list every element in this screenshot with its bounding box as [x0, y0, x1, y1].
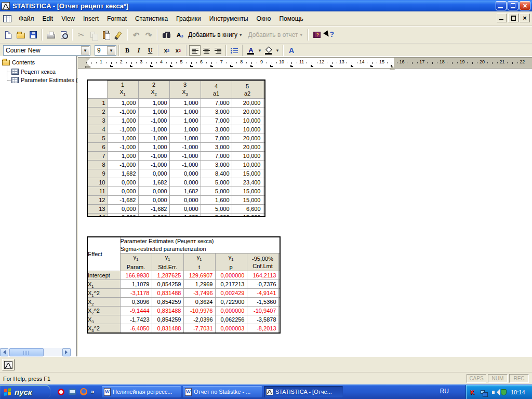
quicklaunch-opera[interactable]	[56, 387, 65, 396]
menu-item-view[interactable]: View	[57, 13, 79, 24]
t1-cell: 0,000	[169, 196, 201, 205]
menu-item-format[interactable]: Format	[103, 13, 131, 24]
chevron-down-icon[interactable]: ▼	[107, 46, 115, 55]
antivirus-icon[interactable]: K	[468, 388, 476, 396]
quicklaunch-firefox[interactable]	[79, 387, 88, 396]
subscript-button[interactable]: x2	[161, 45, 172, 56]
tab-stop-marker[interactable]	[170, 65, 172, 67]
font-dialog-button[interactable]: A	[286, 45, 297, 56]
tree-root-contents[interactable]: Contents	[2, 58, 35, 66]
language-indicator[interactable]: RU	[440, 388, 449, 395]
tab-stop-marker[interactable]	[210, 65, 213, 67]
cut-button[interactable]: ✂	[75, 29, 87, 41]
redo-button[interactable]: ↷	[142, 29, 155, 41]
copy-button[interactable]	[87, 29, 100, 41]
highlight-color-dropdown[interactable]: ▾	[274, 45, 281, 56]
menu-item-file[interactable]: Файл	[15, 13, 38, 24]
font-color-dropdown[interactable]: ▾	[257, 45, 263, 56]
bold-button[interactable]: B	[122, 45, 133, 56]
mdi-minimize-button[interactable]	[497, 14, 507, 22]
contents-tree-panel: Contents Рецепт кекса Parameter Estimate…	[0, 56, 77, 356]
scroll-left-arrow[interactable]	[0, 348, 8, 356]
ruler-tick	[151, 62, 152, 64]
task-button-regression[interactable]: W Нелинейная регресс...	[102, 386, 181, 397]
tree-item-recipe[interactable]: Рецепт кекса	[11, 68, 56, 76]
replace-button[interactable]: A	[172, 29, 185, 41]
restore-button[interactable]	[508, 1, 518, 10]
task-button-statistica[interactable]: STATISTICA - [Отче...	[264, 386, 343, 397]
menu-item-graphs[interactable]: Графики	[172, 13, 205, 24]
menu-item-help[interactable]: Помощь	[275, 13, 307, 24]
report-page[interactable]: 12345678910111213141516171819202122 1X12…	[78, 56, 532, 356]
save-button[interactable]	[27, 29, 39, 41]
open-button[interactable]	[15, 29, 27, 41]
tab-stop-marker[interactable]	[190, 65, 193, 67]
shield-icon[interactable]	[499, 388, 508, 396]
menu-item-window[interactable]: Окно	[252, 13, 275, 24]
tab-stop-marker[interactable]	[351, 65, 353, 67]
scrollbar-track[interactable]	[44, 348, 62, 356]
close-button[interactable]: ×	[520, 1, 530, 10]
chevron-down-icon[interactable]: ▼	[81, 46, 89, 55]
tab-stop-marker[interactable]	[250, 65, 253, 67]
minimize-button[interactable]	[496, 1, 507, 10]
align-right-button[interactable]	[212, 45, 223, 56]
font-color-button[interactable]: A	[245, 45, 257, 56]
paste-button[interactable]	[100, 29, 112, 41]
align-center-button[interactable]	[201, 45, 212, 56]
context-help-button[interactable]	[323, 29, 336, 41]
font-size-combo[interactable]: 9 ▼	[95, 45, 116, 56]
t1-cell: 1,600	[201, 196, 232, 205]
minimized-window-button[interactable]	[2, 359, 15, 370]
bullet-list-button[interactable]	[229, 45, 240, 56]
menu-item-edit[interactable]: Edit	[38, 13, 58, 24]
highlight-color-button[interactable]	[263, 45, 274, 56]
undo-button[interactable]: ↶	[130, 29, 142, 41]
scroll-right-arrow[interactable]	[62, 348, 71, 356]
sidebar-horizontal-scrollbar[interactable]	[0, 348, 71, 356]
tab-stop-marker[interactable]	[130, 65, 132, 67]
network-icon[interactable]	[478, 388, 487, 396]
underline-button[interactable]: U	[144, 45, 156, 56]
tab-stop-marker[interactable]	[110, 65, 113, 67]
title-bar[interactable]: STATISTICA - [Отчет рецепт кекса*] ×	[0, 0, 532, 11]
quicklaunch-overflow[interactable]: »	[89, 387, 96, 396]
add-to-workbook-button[interactable]: Добавить в книгу▾	[185, 30, 245, 40]
menu-item-insert[interactable]: Insert	[79, 13, 103, 24]
menu-item-statistics[interactable]: Статистика	[131, 13, 172, 24]
start-button[interactable]: пуск	[0, 385, 50, 399]
ruler-tick	[156, 62, 157, 63]
glossary-button[interactable]	[311, 29, 323, 41]
tab-stop-marker[interactable]	[370, 65, 373, 67]
print-button[interactable]	[45, 29, 57, 41]
print-preview-button[interactable]	[57, 29, 70, 41]
tab-stop-marker[interactable]	[150, 65, 153, 67]
tab-stop-marker[interactable]	[290, 65, 293, 67]
add-to-report-button[interactable]: Добавить в отчет▾	[245, 30, 306, 40]
mdi-restore-button[interactable]	[508, 14, 518, 22]
tab-stop-marker[interactable]	[311, 65, 313, 67]
indent-marker[interactable]	[85, 58, 91, 68]
tab-stop-marker[interactable]	[330, 65, 333, 67]
new-button[interactable]	[2, 29, 15, 41]
menu-item-tools[interactable]: Инструменты	[205, 13, 252, 24]
align-left-button[interactable]	[189, 45, 201, 56]
t1-cell: 1,000	[169, 99, 201, 108]
tab-stop-marker[interactable]	[230, 65, 233, 67]
t1-cell: -1,000	[138, 152, 169, 161]
quicklaunch-mail[interactable]	[68, 387, 77, 396]
mdi-close-button[interactable]: ×	[520, 14, 530, 22]
scrollbar-thumb[interactable]	[9, 348, 44, 356]
italic-button[interactable]: I	[133, 45, 144, 56]
format-painter-button[interactable]	[112, 29, 125, 41]
right-margin-marker[interactable]	[390, 63, 395, 70]
font-name-combo[interactable]: Courier New ▼	[3, 45, 90, 56]
task-button-report[interactable]: W Отчет по Statistke - ...	[183, 386, 262, 397]
find-button[interactable]	[160, 29, 172, 41]
ruler-tick	[387, 62, 388, 63]
volume-icon[interactable]	[489, 388, 497, 396]
tab-stop-marker[interactable]	[270, 65, 273, 67]
superscript-button[interactable]: x2	[172, 45, 184, 56]
t1-cell: -1,000	[107, 108, 138, 116]
tree-item-parameter-estimates[interactable]: Parameter Estimates (	[11, 76, 77, 84]
